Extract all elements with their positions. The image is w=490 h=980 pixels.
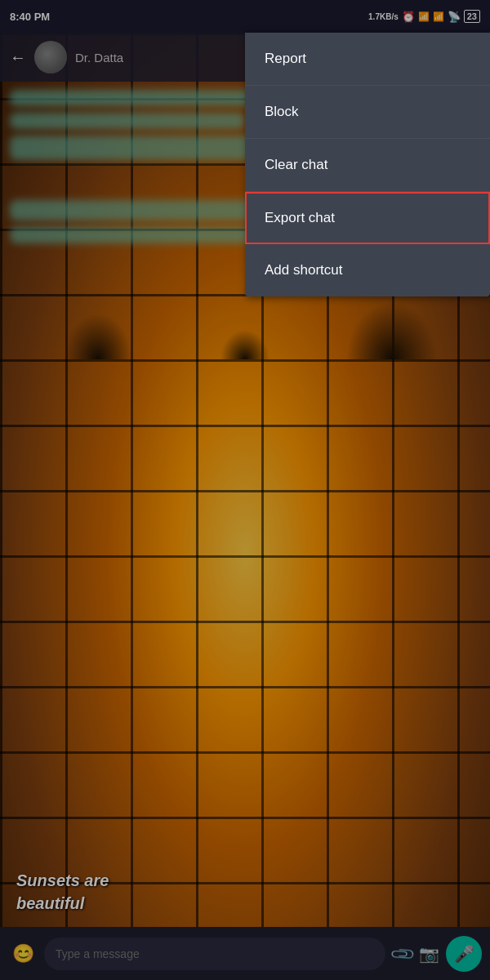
menu-item-export-chat[interactable]: Export chat: [245, 192, 490, 244]
menu-item-clear-chat[interactable]: Clear chat: [245, 139, 490, 192]
context-menu: Report Block Clear chat Export chat Add …: [245, 33, 490, 296]
menu-item-report[interactable]: Report: [245, 33, 490, 86]
menu-item-add-shortcut[interactable]: Add shortcut: [245, 244, 490, 296]
menu-item-block[interactable]: Block: [245, 86, 490, 139]
